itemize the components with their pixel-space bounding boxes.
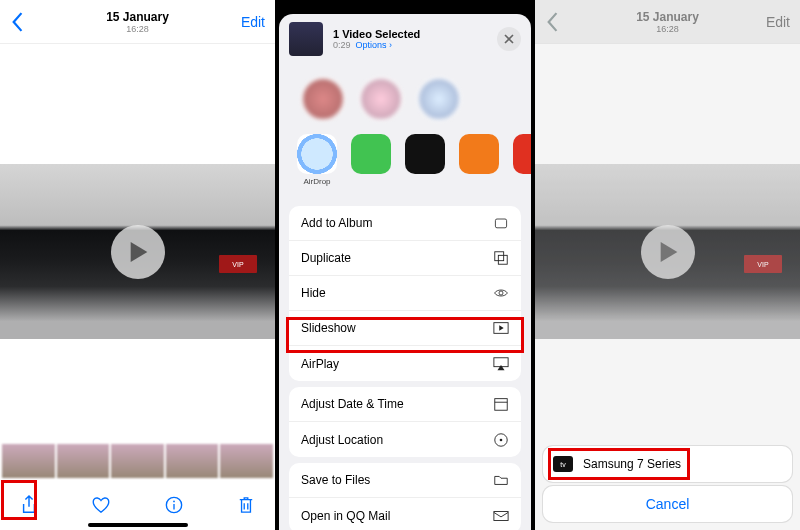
row-add-to-album[interactable]: Add to Album <box>289 206 521 241</box>
location-icon <box>493 432 509 448</box>
contact-avatar[interactable] <box>417 77 461 121</box>
nav-bar: 15 January 16:28 Edit <box>0 0 275 44</box>
calendar-icon <box>493 396 509 412</box>
album-icon <box>493 215 509 231</box>
svg-rect-11 <box>494 511 508 520</box>
favorite-button[interactable] <box>90 494 112 516</box>
cancel-button[interactable]: Cancel <box>543 486 792 522</box>
action-list-3: Save to Files Open in QQ Mail <box>289 463 521 530</box>
row-adjust-date[interactable]: Adjust Date & Time <box>289 387 521 422</box>
wechat-icon <box>351 134 391 174</box>
airdrop-icon <box>297 134 337 174</box>
row-save-to-files[interactable]: Save to Files <box>289 463 521 498</box>
thumbnail-strip[interactable] <box>0 444 275 478</box>
action-list-2: Adjust Date & Time Adjust Location <box>289 387 521 457</box>
share-sheet-header: 1 Video Selected 0:29 Options › <box>279 14 531 64</box>
app-icon <box>459 134 499 174</box>
row-hide[interactable]: Hide <box>289 276 521 311</box>
svg-point-1 <box>173 501 175 503</box>
header-date: 15 January <box>535 10 800 24</box>
thumb[interactable] <box>220 444 273 478</box>
app-red[interactable] <box>513 134 531 177</box>
share-button[interactable] <box>18 494 40 516</box>
share-apps-row[interactable]: AirDrop <box>279 134 531 202</box>
header-time: 16:28 <box>0 24 275 34</box>
options-link[interactable]: Options › <box>356 40 393 50</box>
app-orange[interactable] <box>459 134 499 177</box>
duplicate-icon <box>493 250 509 266</box>
row-airplay[interactable]: AirPlay <box>289 346 521 381</box>
svg-rect-2 <box>495 219 506 228</box>
play-icon <box>659 242 679 262</box>
selected-subtitle: 0:29 Options › <box>333 40 420 50</box>
close-icon <box>504 34 514 44</box>
back-button[interactable] <box>545 12 559 32</box>
delete-button[interactable] <box>235 494 257 516</box>
airdrop-contacts[interactable] <box>279 64 531 134</box>
info-icon <box>165 496 183 514</box>
share-sheet: 1 Video Selected 0:29 Options › AirDrop … <box>279 14 531 530</box>
action-list-1: Add to Album Duplicate Hide Slideshow Ai… <box>289 206 521 381</box>
play-icon <box>129 242 149 262</box>
share-sheet-screen: 1 Video Selected 0:29 Options › AirDrop … <box>275 0 535 530</box>
info-button[interactable] <box>163 494 185 516</box>
contact-avatar[interactable] <box>359 77 403 121</box>
trash-icon <box>238 495 254 515</box>
video-preview: VIP <box>535 164 800 339</box>
header-date: 15 January <box>0 10 275 24</box>
row-adjust-location[interactable]: Adjust Location <box>289 422 521 457</box>
thumb[interactable] <box>2 444 55 478</box>
video-preview[interactable]: VIP <box>0 164 275 339</box>
airplay-device-row[interactable]: tv Samsung 7 Series <box>543 446 792 482</box>
device-name: Samsung 7 Series <box>583 457 681 471</box>
home-indicator[interactable] <box>88 523 188 527</box>
mail-icon <box>493 508 509 524</box>
share-icon <box>20 494 38 516</box>
selected-title: 1 Video Selected <box>333 28 420 40</box>
edit-button[interactable]: Edit <box>241 14 265 30</box>
tv-icon: tv <box>553 456 573 472</box>
back-button[interactable] <box>10 12 24 32</box>
dealer-sign: VIP <box>744 255 782 273</box>
app-wechat[interactable] <box>351 134 391 177</box>
slideshow-icon <box>493 320 509 336</box>
svg-rect-4 <box>498 255 507 264</box>
header-time: 16:28 <box>535 24 800 34</box>
thumb[interactable] <box>166 444 219 478</box>
row-open-qqmail[interactable]: Open in QQ Mail <box>289 498 521 530</box>
thumb[interactable] <box>111 444 164 478</box>
svg-point-5 <box>499 291 503 295</box>
app-airdrop[interactable]: AirDrop <box>297 134 337 186</box>
app-icon <box>513 134 531 174</box>
tiktok-icon <box>405 134 445 174</box>
edit-button: Edit <box>766 14 790 30</box>
heart-icon <box>91 496 111 514</box>
dealer-sign: VIP <box>219 255 257 273</box>
app-tiktok[interactable] <box>405 134 445 177</box>
thumb[interactable] <box>57 444 110 478</box>
row-slideshow[interactable]: Slideshow <box>289 311 521 346</box>
play-button <box>641 225 695 279</box>
svg-rect-8 <box>495 399 507 411</box>
nav-bar: 15 January 16:28 Edit <box>535 0 800 44</box>
airplay-icon <box>493 356 509 372</box>
eye-icon <box>493 285 509 301</box>
play-button[interactable] <box>111 225 165 279</box>
photo-viewer-screen: 15 January 16:28 Edit VIP <box>0 0 275 530</box>
close-button[interactable] <box>497 27 521 51</box>
svg-point-10 <box>500 438 503 441</box>
folder-icon <box>493 472 509 488</box>
selected-thumbnail <box>289 22 323 56</box>
contact-avatar[interactable] <box>301 77 345 121</box>
airplay-picker-screen: 15 January 16:28 Edit VIP tv Samsung 7 S… <box>535 0 800 530</box>
row-duplicate[interactable]: Duplicate <box>289 241 521 276</box>
svg-rect-3 <box>495 252 504 261</box>
